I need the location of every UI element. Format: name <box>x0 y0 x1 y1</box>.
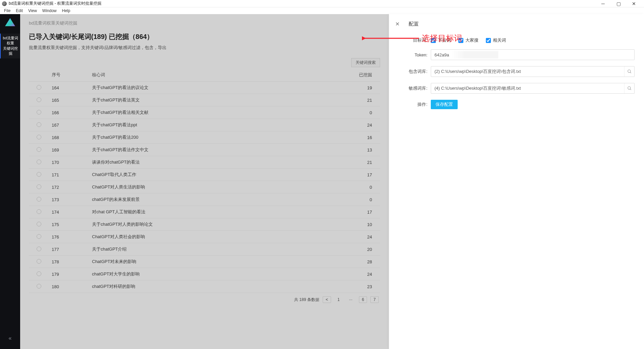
checkbox-dajiasou[interactable]: 大家搜 <box>458 37 478 43</box>
cell-cnt: 24 <box>340 119 380 131</box>
cell-key: ChatGPT取代人类工作 <box>89 169 340 181</box>
checkbox-dajiasou-input[interactable] <box>458 38 463 43</box>
pagination-page-1[interactable]: 1 <box>334 296 343 303</box>
row-radio[interactable] <box>37 147 41 152</box>
window-controls: ─ ▢ ✕ <box>598 1 642 6</box>
cell-seq: 174 <box>49 206 89 218</box>
sidebar-collapse-button[interactable]: « <box>5 333 15 344</box>
table-row[interactable]: 169关于chatGPT的看法作文中文13 <box>29 144 380 156</box>
save-config-button[interactable]: 保存配置 <box>431 100 458 109</box>
row-token: Token: 642a9a <box>399 49 635 60</box>
pagination-page-6[interactable]: 6 <box>359 296 367 303</box>
table-row[interactable]: 173chatGPT的未来发展前景0 <box>29 193 380 206</box>
maximize-button[interactable]: ▢ <box>614 1 623 6</box>
table-row[interactable]: 165关于chatGPT的看法英文21 <box>29 94 380 106</box>
cell-seq: 173 <box>49 193 89 206</box>
table-row[interactable]: 167关于chatGPT的看法ppt24 <box>29 119 380 131</box>
cell-cnt: 0 <box>340 193 380 206</box>
row-radio[interactable] <box>37 160 41 164</box>
pagination: 共 189 条数据 < 1 ··· 6 7 <box>29 293 380 303</box>
cell-cnt: 21 <box>340 156 380 169</box>
table-row[interactable]: 177关于chatGPT介绍20 <box>29 243 380 256</box>
table-row[interactable]: 174对chat GPT人工智能的看法17 <box>29 206 380 218</box>
checkbox-related-word[interactable]: 相关词 <box>486 37 506 43</box>
table-row[interactable]: 179chatGPT对大学生的影响24 <box>29 268 380 280</box>
svg-point-0 <box>628 70 630 73</box>
label-include: 包含词库: <box>399 69 431 75</box>
column-header-select <box>29 69 49 82</box>
minimize-button[interactable]: ─ <box>598 1 608 6</box>
row-radio[interactable] <box>37 284 41 289</box>
cell-seq: 172 <box>49 181 89 193</box>
row-radio[interactable] <box>37 209 41 214</box>
table-row[interactable]: 168关于chatGPT的看法20016 <box>29 131 380 144</box>
label-sensitive: 敏感词库: <box>399 85 431 91</box>
keyword-search-button[interactable]: 关键词搜索 <box>351 58 380 67</box>
sensitive-lexicon-input[interactable]: (4) C:\Users\wp\Desktop\百度挖词\敏感词.txt <box>431 83 635 94</box>
include-lexicon-value: (2) C:\Users\wp\Desktop\百度挖词\包含词.txt <box>434 69 521 75</box>
checkbox-dropdown-input[interactable] <box>431 38 436 43</box>
sidebar-item-keyword-mining[interactable]: bd流量词权重 关键词挖掘 <box>0 34 20 58</box>
row-radio[interactable] <box>37 97 41 102</box>
logo-icon <box>5 18 15 28</box>
row-radio[interactable] <box>37 122 41 127</box>
cell-cnt: 10 <box>340 218 380 231</box>
table-row[interactable]: 175关于chatGPT对人类的影响论文10 <box>29 218 380 231</box>
cell-cnt: 13 <box>340 144 380 156</box>
row-radio[interactable] <box>37 247 41 251</box>
cell-key: 谈谈你对chatGPT的看法 <box>89 156 340 169</box>
checkbox-related-input[interactable] <box>486 38 491 43</box>
cell-key: 关于chatGPT的看法作文中文 <box>89 144 340 156</box>
row-radio[interactable] <box>37 184 41 189</box>
table-row[interactable]: 178ChatGPT对未来的影响28 <box>29 256 380 268</box>
row-radio[interactable] <box>37 85 41 90</box>
cell-key: chatGPT对科研的影响 <box>89 280 340 293</box>
menu-window[interactable]: Window <box>40 8 59 13</box>
menu-edit[interactable]: Edit <box>14 8 25 13</box>
checkbox-dropdown-word[interactable]: 下拉词 <box>431 37 451 43</box>
token-input[interactable]: 642a9a <box>431 49 635 60</box>
row-radio[interactable] <box>37 135 41 139</box>
row-radio[interactable] <box>37 259 41 264</box>
app-icon <box>2 1 7 6</box>
cell-key: 关于chatGPT的看法200 <box>89 131 340 144</box>
table-row[interactable]: 180chatGPT对科研的影响23 <box>29 280 380 293</box>
include-lexicon-input[interactable]: (2) C:\Users\wp\Desktop\百度挖词\包含词.txt <box>431 66 635 77</box>
table-row[interactable]: 171ChatGPT取代人类工作17 <box>29 169 380 181</box>
cell-cnt: 0 <box>340 181 380 193</box>
menu-file[interactable]: File <box>2 8 12 13</box>
cell-cnt: 23 <box>340 280 380 293</box>
row-include-lexicon: 包含词库: (2) C:\Users\wp\Desktop\百度挖词\包含词.t… <box>399 66 635 77</box>
sensitive-lexicon-value: (4) C:\Users\wp\Desktop\百度挖词\敏感词.txt <box>434 85 521 91</box>
column-header-seq: 序号 <box>49 69 89 82</box>
search-icon[interactable] <box>624 67 634 77</box>
row-radio[interactable] <box>37 172 41 177</box>
menu-help[interactable]: Help <box>60 8 73 13</box>
titlebar: bd流量词权重关键词挖掘 - 权重流量词实时批量挖掘 ─ ▢ ✕ <box>0 0 644 7</box>
toolbar: 关键词搜索 <box>29 58 380 67</box>
menu-view[interactable]: View <box>26 8 39 13</box>
menubar: File Edit View Window Help <box>0 7 644 14</box>
row-radio[interactable] <box>37 110 41 115</box>
close-window-button[interactable]: ✕ <box>629 1 639 6</box>
row-radio[interactable] <box>37 222 41 226</box>
pagination-page-7[interactable]: 7 <box>370 296 379 303</box>
checkbox-dajiasou-label: 大家搜 <box>465 37 478 43</box>
row-radio[interactable] <box>37 197 41 202</box>
table-row[interactable]: 170谈谈你对chatGPT的看法21 <box>29 156 380 169</box>
cell-key: ChatGPT对人类生活的影响 <box>89 181 340 193</box>
table-row[interactable]: 176ChatGPT对人类社会的影响24 <box>29 231 380 243</box>
cell-cnt: 24 <box>340 268 380 280</box>
table-row[interactable]: 172ChatGPT对人类生活的影响0 <box>29 181 380 193</box>
row-radio[interactable] <box>37 234 41 239</box>
pagination-total: 共 189 条数据 <box>294 297 319 303</box>
cell-key: 关于chatGPT的看法ppt <box>89 119 340 131</box>
cell-cnt: 20 <box>340 243 380 256</box>
pagination-prev[interactable]: < <box>323 296 331 303</box>
table-row[interactable]: 164关于chatGPT的看法的议论文19 <box>29 82 380 94</box>
row-radio[interactable] <box>37 271 41 276</box>
panel-close-button[interactable]: ✕ <box>395 21 400 27</box>
search-icon[interactable] <box>624 83 634 93</box>
titlebar-text: bd流量词权重关键词挖掘 - 权重流量词实时批量挖掘 <box>9 1 101 6</box>
table-row[interactable]: 166关于chatGPT的看法相关文献0 <box>29 106 380 119</box>
